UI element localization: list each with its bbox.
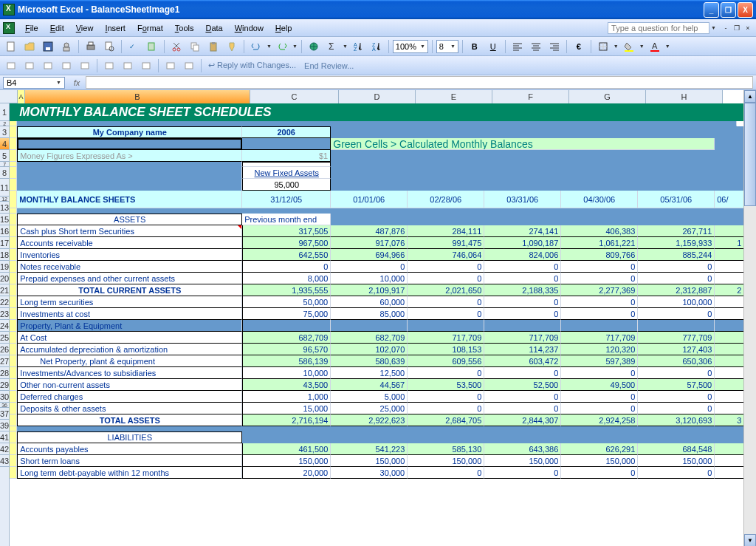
data-cell[interactable]: 406,383	[561, 225, 638, 237]
data-label[interactable]: TOTAL ASSETS	[17, 414, 242, 426]
money-label[interactable]: Money Figures Expressed As >	[17, 150, 242, 162]
data-cell[interactable]: 0	[408, 296, 484, 308]
row-header[interactable]: 17	[0, 237, 9, 249]
data-cell[interactable]: 824,006	[484, 249, 561, 261]
row-header[interactable]: 16	[0, 225, 9, 237]
data-cell[interactable]: 2,021,650	[408, 284, 484, 296]
data-cell[interactable]: 96,570	[242, 344, 331, 355]
row-header[interactable]: 30	[0, 391, 9, 403]
data-cell[interactable]: 284,111	[408, 225, 484, 237]
row-header[interactable]: 12	[0, 197, 9, 202]
data-cell[interactable]: 102,070	[331, 344, 408, 355]
review-btn4[interactable]	[58, 58, 75, 74]
vertical-scrollbar[interactable]: ▲ ▼	[743, 90, 756, 546]
zoom-box[interactable]: 100%▼	[393, 40, 428, 53]
data-cell[interactable]: 2,922,623	[331, 414, 408, 426]
review-btn6[interactable]	[101, 58, 117, 74]
data-cell[interactable]: 682,709	[242, 332, 331, 344]
data-cell[interactable]	[715, 308, 743, 320]
fill-dropdown[interactable]: ▼	[639, 44, 645, 49]
close-button[interactable]: X	[738, 2, 753, 18]
data-cell[interactable]: 0	[408, 367, 484, 379]
data-cell[interactable]: 0	[638, 403, 715, 414]
col-header-g[interactable]: G	[569, 90, 646, 103]
row-header[interactable]: 18	[0, 249, 9, 261]
data-cell[interactable]: 5,000	[331, 391, 408, 403]
legend-text[interactable]: Green Cells > Calculated Monthly Balance…	[331, 138, 715, 150]
doc-restore[interactable]: ❐	[732, 23, 742, 33]
data-label[interactable]: Investments at cost	[17, 308, 242, 320]
cut-button[interactable]	[168, 38, 185, 55]
data-cell[interactable]: 585,130	[408, 443, 484, 455]
data-label[interactable]: Cash plus Short term Securities	[17, 225, 242, 237]
date-cell[interactable]: 31/12/05	[242, 191, 331, 208]
row-header[interactable]: 41	[0, 431, 9, 443]
data-cell[interactable]	[715, 379, 743, 391]
align-right-button[interactable]	[546, 38, 563, 55]
data-cell[interactable]: 717,709	[484, 332, 561, 344]
data-cell[interactable]	[715, 296, 743, 308]
row-header[interactable]: 28	[0, 367, 9, 379]
underline-button[interactable]: U	[485, 38, 501, 55]
row-header[interactable]: 19	[0, 261, 9, 273]
prev-month-label[interactable]: Previous month end	[242, 214, 331, 225]
data-cell[interactable]: 2,312,887	[638, 284, 715, 296]
data-cell[interactable]: 0	[561, 261, 638, 273]
date-cell[interactable]: 04/30/06	[561, 191, 638, 208]
col-header-c[interactable]: C	[250, 90, 339, 103]
font-color-dropdown[interactable]: ▼	[665, 44, 670, 49]
autosum-dropdown[interactable]: ▼	[343, 44, 348, 49]
data-cell[interactable]: 43,500	[242, 379, 331, 391]
menu-file[interactable]: File	[19, 21, 44, 35]
data-cell[interactable]	[715, 344, 743, 355]
paste-button[interactable]	[205, 38, 221, 55]
data-cell[interactable]: 2,844,307	[484, 414, 561, 426]
data-cell[interactable]: 597,389	[561, 355, 638, 367]
menu-view[interactable]: View	[70, 21, 100, 35]
data-cell[interactable]: 603,472	[484, 355, 561, 367]
data-cell[interactable]: 809,766	[561, 249, 638, 261]
format-painter-button[interactable]	[224, 38, 240, 55]
data-cell[interactable]: 0	[561, 367, 638, 379]
data-cell[interactable]: 53,500	[408, 379, 484, 391]
data-cell[interactable]: 0	[242, 261, 331, 273]
research-button[interactable]	[144, 38, 160, 55]
select-all-corner[interactable]	[0, 90, 18, 103]
data-cell[interactable]: 0	[561, 296, 638, 308]
data-cell[interactable]: 150,000	[484, 455, 561, 467]
row-header[interactable]: 7	[0, 162, 9, 167]
autosum-button[interactable]: Σ	[324, 38, 340, 55]
data-cell[interactable]: 461,500	[242, 443, 331, 455]
spelling-button[interactable]: ✓	[126, 38, 142, 55]
data-cell[interactable]	[715, 391, 743, 403]
data-cell[interactable]: 60,000	[331, 296, 408, 308]
data-cell[interactable]: 2,716,194	[242, 414, 331, 426]
data-label[interactable]: Long term securities	[17, 296, 242, 308]
data-cell[interactable]: 0	[408, 467, 484, 479]
data-cell[interactable]: 586,139	[242, 355, 331, 367]
data-cell[interactable]: 100,000	[638, 296, 715, 308]
data-cell[interactable]	[715, 467, 743, 479]
data-cell[interactable]: 0	[408, 273, 484, 284]
data-cell[interactable]: 626,291	[561, 443, 638, 455]
minimize-button[interactable]: _	[704, 2, 719, 18]
data-cell[interactable]	[715, 355, 743, 367]
row-header[interactable]: 21	[0, 284, 9, 296]
row-header[interactable]: 11	[0, 179, 9, 197]
date-cell[interactable]: 03/31/06	[484, 191, 561, 208]
data-cell[interactable]: 15,000	[242, 403, 331, 414]
data-cell[interactable]: 1	[715, 237, 743, 249]
sheet-title[interactable]: MONTHLY BALANCE SHEET SCHEDULES	[17, 103, 743, 121]
doc-minimize[interactable]: -	[721, 23, 731, 33]
data-label[interactable]: Accounts receivable	[17, 237, 242, 249]
menu-help[interactable]: Help	[269, 21, 298, 35]
data-cell[interactable]: 487,876	[331, 225, 408, 237]
date-cell[interactable]: 05/31/06	[638, 191, 715, 208]
data-cell[interactable]: 267,711	[638, 225, 715, 237]
data-cell[interactable]: 0	[484, 403, 561, 414]
doc-close[interactable]: ×	[743, 23, 753, 33]
data-cell[interactable]: 52,500	[484, 379, 561, 391]
data-cell[interactable]: 643,386	[484, 443, 561, 455]
data-cell[interactable]: 2,109,917	[331, 284, 408, 296]
data-cell[interactable]	[715, 332, 743, 344]
